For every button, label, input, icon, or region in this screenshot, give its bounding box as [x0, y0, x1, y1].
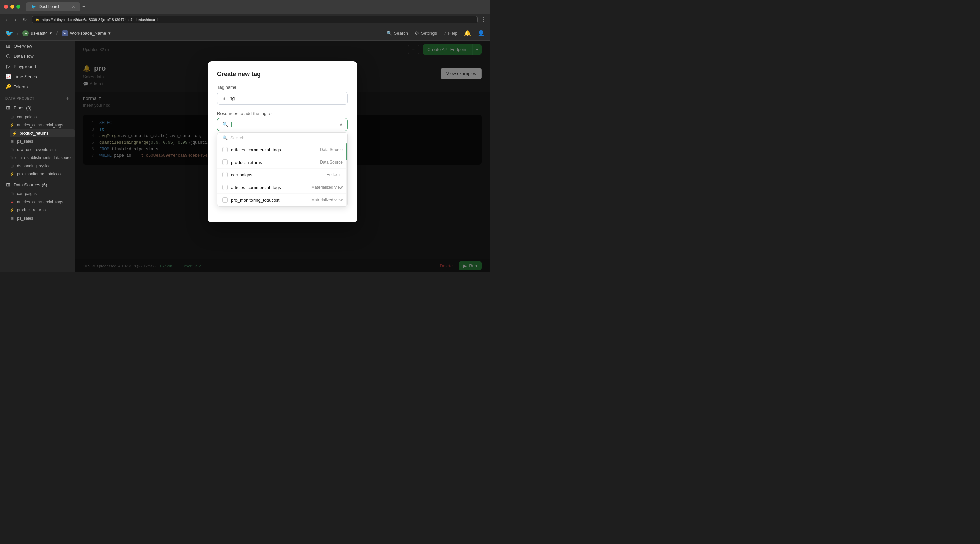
sidebar-item-pipes[interactable]: ⊞ Pipes (8): [0, 103, 75, 113]
browser-tab[interactable]: 🐦 Dashboard ✕: [26, 2, 80, 11]
pipe-campaigns-label: campaigns: [17, 114, 37, 119]
content-area: Updated 32 m ··· Create API Endpoint ▾ 🔔…: [75, 41, 490, 272]
settings-label: Settings: [421, 30, 437, 36]
sidebar-item-tokens[interactable]: 🔑 Tokens: [0, 82, 75, 92]
pipe-syslog-icon: ⊞: [10, 164, 14, 168]
new-tab-button[interactable]: +: [82, 4, 86, 10]
browser-more-button[interactable]: ⋮: [480, 16, 486, 23]
dropdown-item-2[interactable]: campaigns Endpoint: [218, 169, 347, 181]
sidebar-item-overview[interactable]: ⊞ Overview: [0, 41, 75, 51]
sidebar-datasources-label: Data Sources (6): [14, 182, 47, 187]
settings-action[interactable]: ⚙ Settings: [415, 30, 437, 36]
sidebar-item-label: Time Series: [14, 74, 37, 79]
pipe-dim-icon: ⊞: [10, 156, 13, 160]
sidebar-item-articles-commercial-tags[interactable]: ⚡ articles_commercial_tags: [10, 121, 75, 129]
lock-icon: 🔒: [35, 18, 40, 21]
search-action[interactable]: 🔍 Search: [387, 30, 408, 36]
main-layout: ⊞ Overview ⬡ Data Flow ▷ Playground 📈 Ti…: [0, 41, 490, 272]
resources-caret-icon: ∧: [339, 122, 343, 127]
pipe-raw-icon: ⊞: [10, 147, 14, 152]
region-chevron-icon: ▾: [50, 30, 52, 36]
dropdown-item-1[interactable]: product_returns Data Source: [218, 156, 347, 169]
pipe-product-returns-icon: ⚡: [12, 131, 17, 136]
sidebar-item-product-returns[interactable]: ⚡ product_returns: [10, 129, 75, 137]
pipes-subsection: ⊞ campaigns ⚡ articles_commercial_tags ⚡…: [0, 113, 75, 178]
add-resource-button[interactable]: +: [66, 95, 69, 102]
sidebar-item-pro-monitoring[interactable]: ⚡ pro_monitoring_totalcost: [10, 170, 75, 178]
pipe-raw-label: raw_user_events_sta: [17, 147, 56, 152]
dropdown-search-icon: 🔍: [222, 135, 228, 140]
user-button[interactable]: 👤: [478, 30, 485, 36]
sidebar-item-data-sources[interactable]: ⊞ Data Sources (6): [0, 179, 75, 190]
help-label: Help: [448, 30, 457, 36]
checkbox-0[interactable]: [222, 147, 228, 152]
ds-ps-sales-label: ps_sales: [17, 216, 33, 220]
pipe-ps-sales-icon: ⊞: [10, 140, 14, 144]
sidebar-item-time-series[interactable]: 📈 Time Series: [0, 71, 75, 82]
dropdown-search-input[interactable]: [231, 135, 343, 140]
nav-bar: ‹ › ↻ 🔒 https://ui.tinybird.co/8dae6a-83…: [0, 14, 490, 26]
forward-button[interactable]: ›: [13, 16, 18, 24]
pipes-icon: ⊞: [5, 105, 11, 111]
dropdown-item-name-4: pro_monitoring_totalcost: [231, 198, 311, 203]
ds-product-returns-label: product_returns: [17, 208, 46, 213]
dropdown-item-name-3: articles_commercial_tags: [231, 185, 311, 190]
checkbox-4[interactable]: [222, 197, 228, 203]
notifications-button[interactable]: 🔔: [464, 30, 471, 36]
sidebar-item-ds-product-returns[interactable]: ⚡ product_returns: [10, 206, 75, 214]
settings-icon: ⚙: [415, 30, 419, 36]
ds-campaigns-icon: ⊞: [10, 192, 14, 196]
back-button[interactable]: ‹: [4, 16, 10, 24]
pipe-campaigns-icon: ⊞: [10, 115, 14, 119]
checkbox-3[interactable]: [222, 185, 228, 190]
sidebar-item-ds-ps-sales[interactable]: ⊞ ps_sales: [10, 214, 75, 222]
sidebar-item-raw-user-events[interactable]: ⊞ raw_user_events_sta: [10, 146, 75, 154]
sidebar-item-campaigns-pipe[interactable]: ⊞ campaigns: [10, 113, 75, 121]
workspace-selector[interactable]: W Workspace_Name ▾: [62, 30, 111, 36]
pipe-ps-sales-label: ps_sales: [17, 139, 33, 144]
dropdown-item-4[interactable]: pro_monitoring_totalcost Materialized vi…: [218, 194, 347, 206]
checkbox-2[interactable]: [222, 172, 228, 178]
ds-articles-icon: ●: [10, 200, 14, 204]
tab-icon: 🐦: [31, 5, 36, 9]
sidebar-item-ds-campaigns[interactable]: ⊞ campaigns: [10, 190, 75, 198]
ds-articles-label: articles_commercial_tags: [17, 200, 63, 205]
sidebar-item-ds-articles[interactable]: ● articles_commercial_tags: [10, 198, 75, 206]
sidebar: ⊞ Overview ⬡ Data Flow ▷ Playground 📈 Ti…: [0, 41, 75, 272]
checkbox-1[interactable]: [222, 159, 228, 165]
sidebar-item-ps-sales[interactable]: ⊞ ps_sales: [10, 137, 75, 146]
url-bar[interactable]: 🔒 https://ui.tinybird.co/8dae6a-8309-84j…: [32, 16, 478, 24]
help-action[interactable]: ? Help: [444, 30, 457, 36]
header-right: 🔍 Search ⚙ Settings ? Help 🔔 👤: [387, 30, 485, 36]
tab-close-button[interactable]: ✕: [72, 5, 75, 9]
close-traffic-light[interactable]: [4, 5, 8, 9]
dropdown-scroll-thumb: [346, 143, 347, 160]
resources-cursor: [231, 122, 232, 127]
region-label: us-east4: [30, 30, 48, 36]
tag-name-input[interactable]: [217, 92, 348, 105]
resources-search-icon: 🔍: [222, 122, 228, 127]
dropdown-scroll-indicator: [346, 143, 347, 206]
sidebar-item-playground[interactable]: ▷ Playground: [0, 61, 75, 71]
dropdown-item-type-1: Data Source: [320, 160, 343, 165]
workspace-icon: W: [62, 30, 68, 36]
dropdown-item-0[interactable]: articles_commercial_tags Data Source: [218, 143, 347, 156]
traffic-lights: [4, 5, 21, 9]
region-icon: ☁: [22, 30, 29, 36]
refresh-button[interactable]: ↻: [21, 16, 29, 24]
maximize-traffic-light[interactable]: [16, 5, 21, 9]
modal-overlay[interactable]: Create new tag Tag name Resources to add…: [75, 41, 490, 272]
sidebar-item-ds-landing-syslog[interactable]: ⊞ ds_landing_syslog: [10, 162, 75, 170]
sidebar-item-data-flow[interactable]: ⬡ Data Flow: [0, 51, 75, 61]
dropdown-item-type-3: Materialized view: [311, 185, 343, 190]
region-selector[interactable]: ☁ us-east4 ▾: [22, 30, 52, 36]
workspace-label: Workspace_Name: [70, 30, 107, 36]
tab-bar: 🐦 Dashboard ✕ +: [26, 2, 486, 11]
sidebar-item-dim-establishments[interactable]: ⊞ dim_establishments.datasource: [10, 154, 75, 162]
tag-name-group: Tag name: [217, 85, 348, 105]
sidebar-item-label: Overview: [14, 43, 32, 49]
resources-dropdown: 🔍 articles_commercial_tags Data Source: [217, 132, 348, 207]
minimize-traffic-light[interactable]: [10, 5, 14, 9]
dropdown-item-3[interactable]: articles_commercial_tags Materialized vi…: [218, 181, 347, 194]
resources-trigger[interactable]: 🔍 ∧: [217, 118, 348, 131]
